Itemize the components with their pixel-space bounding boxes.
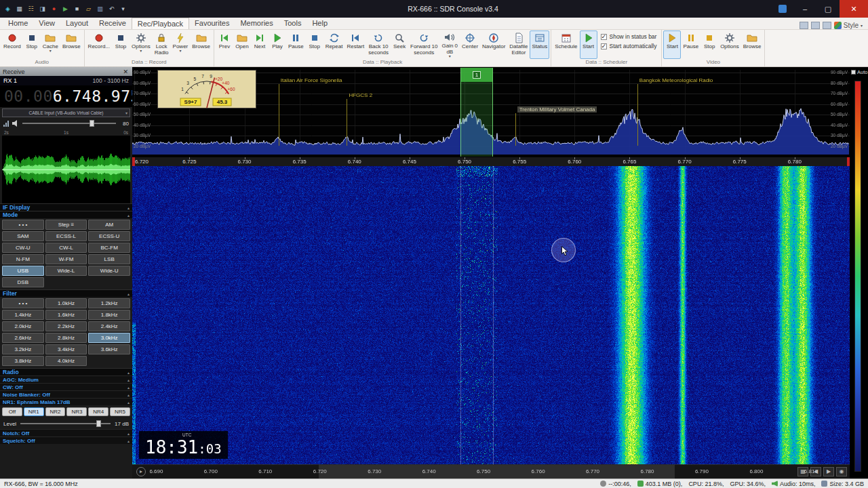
nr-button-nr3[interactable]: NR3: [66, 407, 87, 416]
app-icon[interactable]: ◈: [3, 5, 12, 14]
folder-icon[interactable]: ▱: [84, 5, 93, 14]
ribbon-button-navigator[interactable]: Navigator: [480, 30, 507, 59]
minimize-button[interactable]: –: [793, 0, 816, 18]
ribbon-button-options[interactable]: Options▾: [130, 30, 153, 59]
grid-icon[interactable]: ▦: [15, 5, 24, 14]
nr-button-off[interactable]: Off: [2, 407, 22, 416]
nr-button-nr4[interactable]: NR4: [88, 407, 108, 416]
ribbon-button-record[interactable]: Record...: [86, 30, 112, 59]
audio-device-select[interactable]: CABLE Input (VB-Audio Virtual Cable) ▾: [2, 108, 130, 117]
ribbon-button-status[interactable]: Status: [530, 30, 549, 59]
mode-button-ecss-l[interactable]: ECSS-L: [45, 231, 87, 241]
tab-tools[interactable]: Tools: [279, 18, 307, 29]
panel-close-icon[interactable]: ✕: [121, 68, 130, 75]
ribbon-button-record[interactable]: Record: [1, 30, 23, 59]
waterfall-display[interactable]: UTC 18:31:03: [132, 166, 850, 464]
play-icon[interactable]: ▶: [61, 5, 70, 14]
palette-gradient[interactable]: [854, 81, 861, 472]
notch-row[interactable]: Notch: Off▴: [0, 429, 132, 436]
nr-button-nr1[interactable]: NR1: [24, 407, 44, 416]
mode-button-bc-fm[interactable]: BC-FM: [88, 243, 130, 253]
filter-button-[interactable]: • • •: [2, 298, 44, 308]
navigator-right-icon[interactable]: ▶: [823, 467, 834, 476]
record-icon[interactable]: ●: [50, 5, 58, 14]
filter-button-2-8khz[interactable]: 2.8kHz: [45, 333, 87, 343]
nr-button-nr5[interactable]: NR5: [110, 407, 130, 416]
ribbon-button-open[interactable]: Open: [233, 30, 251, 59]
frequency-display[interactable]: 00.006.748.975: [0, 85, 132, 107]
filter-button-3-2khz[interactable]: 3.2kHz: [2, 344, 44, 354]
filter-button-3-6khz[interactable]: 3.6kHz: [88, 344, 130, 354]
pin-icon[interactable]: [778, 5, 787, 13]
checkbox-start-automatically[interactable]: Start automatically: [601, 43, 657, 49]
checkbox-show-in-status-bar[interactable]: Show in status bar: [601, 33, 657, 40]
ribbon-button-datafile-editor[interactable]: Datafile Editor: [507, 30, 530, 59]
mode-button-[interactable]: • • •: [2, 220, 44, 230]
ribbon-button-back-10-seconds[interactable]: Back 10 seconds: [366, 30, 391, 59]
ribbon-button-pause[interactable]: Pause: [286, 30, 306, 59]
ribbon-button-stop[interactable]: Stop: [23, 30, 41, 59]
navigator-continuum-icon[interactable]: ◉: [836, 467, 847, 476]
ribbon-button-browse[interactable]: Browse: [60, 30, 83, 59]
filter-button-3-8khz[interactable]: 3.8kHz: [2, 356, 44, 366]
window-tile-icon[interactable]: [823, 22, 831, 29]
mode-button-wide-u[interactable]: Wide-U: [88, 266, 130, 276]
ribbon-button-start[interactable]: Start: [663, 30, 681, 59]
tab-help[interactable]: Help: [307, 18, 333, 29]
menu-arrow-icon[interactable]: ▾: [119, 5, 127, 14]
squelch-row[interactable]: Squelch: Off▴: [0, 436, 132, 444]
mixer-icon[interactable]: ◨: [38, 5, 47, 14]
ribbon-button-play[interactable]: Play: [269, 30, 286, 59]
filter-button-1-4khz[interactable]: 1.4kHz: [2, 310, 44, 320]
tab-rec-playback[interactable]: Rec/Playback: [132, 18, 189, 29]
ribbon-button-next[interactable]: Next: [251, 30, 269, 59]
ribbon-button-power[interactable]: Power▾: [171, 30, 191, 59]
filter-button-1-2khz[interactable]: 1.2kHz: [88, 298, 130, 308]
radio-setting-agc[interactable]: AGC: Medium▴: [0, 375, 132, 383]
mode-button-lsb[interactable]: LSB: [88, 254, 130, 264]
save-icon[interactable]: ▥: [96, 5, 104, 14]
filter-button-2-4khz[interactable]: 2.4kHz: [88, 321, 130, 331]
tab-layout[interactable]: Layout: [60, 18, 94, 29]
navigator-play-button[interactable]: ▸: [136, 467, 146, 476]
radio-setting-noise-blanker[interactable]: Noise Blanker: Off▴: [0, 390, 132, 398]
mode-button-cw-l[interactable]: CW-L: [45, 243, 87, 253]
filter-button-3-4khz[interactable]: 3.4kHz: [45, 344, 87, 354]
mode-button-usb[interactable]: USB: [2, 266, 44, 276]
ribbon-button-gain-0-db[interactable]: Gain 0 dB▾: [439, 30, 460, 59]
users-icon[interactable]: ☷: [26, 5, 35, 14]
section-filter[interactable]: Filter▴: [0, 289, 132, 297]
spectrum-frequency-scale[interactable]: 6.7206.7256.7306.7356.7406.7456.7506.755…: [132, 157, 850, 166]
nr-button-nr2[interactable]: NR2: [45, 407, 66, 416]
ribbon-button-start[interactable]: Start: [580, 30, 597, 59]
section-radio[interactable]: Radio▴: [0, 368, 132, 375]
nr-level-thumb[interactable]: [96, 420, 101, 427]
tab-view[interactable]: View: [33, 18, 60, 29]
ribbon-button-cache[interactable]: Cache▾: [41, 30, 60, 59]
ribbon-button-forward-10-seconds[interactable]: Forward 10 seconds: [408, 30, 439, 59]
tab-receive[interactable]: Receive: [94, 18, 132, 29]
close-button[interactable]: ✕: [840, 0, 868, 18]
nr-level-slider[interactable]: [20, 420, 111, 427]
window-layout-icon[interactable]: [800, 22, 808, 29]
radio-setting-cw[interactable]: CW: Off▴: [0, 383, 132, 390]
maximize-button[interactable]: ▢: [816, 0, 840, 18]
band-navigator[interactable]: ▸ ▦ ◀ ▶ ◉ 6.6906.7006.7106.7206.7306.740…: [132, 464, 850, 479]
filter-button-1-8khz[interactable]: 1.8kHz: [88, 310, 130, 320]
tab-home[interactable]: Home: [3, 18, 33, 29]
mode-button-cw-u[interactable]: CW-U: [2, 243, 44, 253]
ribbon-button-lock-radio[interactable]: Lock Radio: [153, 30, 171, 59]
filter-button-3-0khz[interactable]: 3.0kHz: [88, 333, 130, 343]
filter-button-4-0khz[interactable]: 4.0kHz: [45, 356, 87, 366]
undo-icon[interactable]: ↶: [107, 5, 116, 14]
ribbon-button-pause[interactable]: Pause: [681, 30, 701, 59]
tab-memories[interactable]: Memories: [235, 18, 278, 29]
ribbon-button-prev[interactable]: Prev: [216, 30, 233, 59]
filter-button-2-6khz[interactable]: 2.6kHz: [2, 333, 44, 343]
tuned-channel-marker[interactable]: 1: [460, 68, 494, 157]
ribbon-button-schedule[interactable]: Schedule: [553, 30, 579, 59]
ribbon-button-options[interactable]: Options: [718, 30, 741, 59]
ribbon-button-browse[interactable]: Browse: [741, 30, 764, 59]
style-button[interactable]: Style ▾: [834, 22, 863, 29]
mode-button-wide-l[interactable]: Wide-L: [45, 266, 87, 276]
